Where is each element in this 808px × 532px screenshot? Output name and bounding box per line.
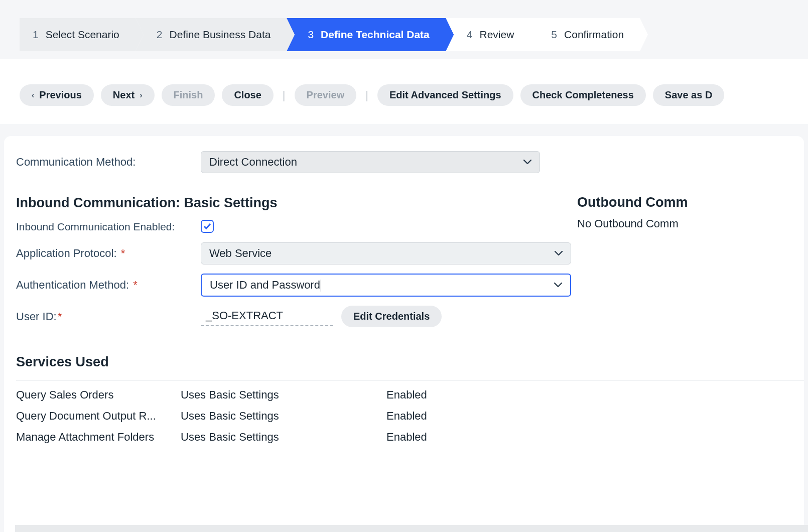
next-label: Next [113, 89, 134, 101]
save-as-draft-label: Save as D [665, 89, 713, 101]
communication-method-select[interactable]: Direct Connection [201, 151, 540, 173]
service-settings: Uses Basic Settings [181, 388, 386, 402]
toolbar: ‹ Previous Next › Finish Close | Preview… [20, 59, 808, 124]
inbound-enabled-checkbox[interactable] [201, 220, 214, 233]
toolbar-divider: | [281, 89, 288, 102]
user-id-value[interactable]: _SO-EXTRACT [201, 307, 333, 326]
wizard-step-number: 1 [33, 29, 39, 41]
communication-method-value: Direct Connection [209, 156, 297, 169]
service-row: Manage Attachment Folders Uses Basic Set… [16, 427, 804, 448]
horizontal-scrollbar[interactable] [15, 525, 808, 532]
service-settings: Uses Basic Settings [181, 410, 386, 423]
service-name: Manage Attachment Folders [16, 431, 181, 444]
preview-label: Preview [307, 89, 345, 101]
text-cursor [321, 280, 321, 292]
service-status: Enabled [386, 431, 487, 444]
check-completeness-button[interactable]: Check Completeness [520, 84, 646, 106]
toolbar-divider: | [363, 89, 370, 102]
authentication-method-row: Authentication Method: * User ID and Pas… [16, 274, 804, 297]
application-protocol-select[interactable]: Web Service [201, 242, 571, 264]
wizard-step-number: 5 [551, 29, 557, 41]
close-label: Close [234, 89, 261, 101]
edit-advanced-settings-button[interactable]: Edit Advanced Settings [377, 84, 513, 106]
check-completeness-label: Check Completeness [532, 89, 634, 101]
wizard-step-number: 2 [157, 29, 163, 41]
communication-method-row: Communication Method: Direct Connection [16, 151, 804, 173]
required-indicator: * [133, 279, 138, 291]
chevron-left-icon: ‹ [32, 91, 34, 100]
application-protocol-label: Application Protocol: * [16, 247, 201, 260]
save-as-draft-button[interactable]: Save as D [653, 84, 725, 106]
wizard-step-label: Confirmation [564, 29, 624, 41]
service-name: Query Sales Orders [16, 388, 181, 402]
service-row: Query Sales Orders Uses Basic Settings E… [16, 384, 804, 406]
edit-credentials-button[interactable]: Edit Credentials [341, 306, 442, 327]
wizard-step-3[interactable]: 3 Define Technical Data [287, 18, 445, 51]
wizard-step-4[interactable]: 4 Review [446, 18, 530, 51]
wizard-step-1[interactable]: 1 Select Scenario [20, 18, 136, 51]
service-settings: Uses Basic Settings [181, 431, 386, 444]
service-status: Enabled [386, 388, 487, 402]
authentication-method-value: User ID and Password [210, 279, 321, 292]
wizard-step-5[interactable]: 5 Confirmation [530, 18, 640, 51]
previous-button[interactable]: ‹ Previous [20, 84, 94, 106]
authentication-method-label: Authentication Method: * [16, 279, 201, 292]
main-panel: Communication Method: Direct Connection … [4, 136, 804, 532]
checkmark-icon [203, 223, 211, 230]
chevron-down-icon [554, 281, 562, 289]
services-used-title: Services Used [16, 354, 804, 370]
application-protocol-label-text: Application Protocol: [16, 247, 117, 259]
finish-label: Finish [174, 89, 203, 101]
service-row: Query Document Output R... Uses Basic Se… [16, 406, 804, 427]
wizard-steps: 1 Select Scenario 2 Define Business Data… [20, 18, 640, 51]
wizard-step-label: Define Business Data [169, 29, 271, 41]
inbound-enabled-label: Inbound Communication Enabled: [16, 220, 201, 233]
finish-button: Finish [162, 84, 215, 106]
chevron-down-icon [523, 158, 531, 166]
wizard-step-label: Review [479, 29, 514, 41]
authentication-method-label-text: Authentication Method: [16, 279, 129, 291]
app-root: 1 Select Scenario 2 Define Business Data… [0, 0, 808, 532]
user-id-label: User ID:* [16, 310, 201, 323]
preview-button: Preview [295, 84, 357, 106]
wizard-step-label: Select Scenario [46, 29, 119, 41]
required-indicator: * [58, 310, 62, 323]
user-id-row: User ID:* _SO-EXTRACT Edit Credentials [16, 306, 804, 327]
service-status: Enabled [386, 410, 487, 423]
chevron-right-icon: › [140, 91, 142, 100]
outbound-section-title: Outbound Comm [577, 195, 688, 210]
application-protocol-row: Application Protocol: * Web Service [16, 242, 804, 264]
wizard-step-number: 4 [467, 29, 473, 41]
wizard-step-2[interactable]: 2 Define Business Data [136, 18, 287, 51]
required-indicator: * [121, 247, 125, 259]
edit-advanced-label: Edit Advanced Settings [389, 89, 501, 101]
user-id-label-text: User ID: [16, 310, 57, 323]
next-button[interactable]: Next › [101, 84, 155, 106]
wizard-step-label: Define Technical Data [321, 29, 430, 41]
close-button[interactable]: Close [222, 84, 273, 106]
services-divider [16, 380, 804, 384]
authentication-method-select[interactable]: User ID and Password [201, 274, 571, 297]
application-protocol-value: Web Service [209, 247, 272, 260]
chevron-down-icon [555, 249, 563, 257]
communication-method-label: Communication Method: [16, 156, 201, 169]
previous-label: Previous [39, 89, 81, 101]
wizard-step-number: 3 [308, 29, 314, 41]
outbound-text: No Outbound Comm [577, 217, 688, 230]
service-name: Query Document Output R... [16, 410, 181, 423]
outbound-section: Outbound Comm No Outbound Comm [577, 195, 688, 230]
edit-credentials-label: Edit Credentials [353, 311, 430, 322]
